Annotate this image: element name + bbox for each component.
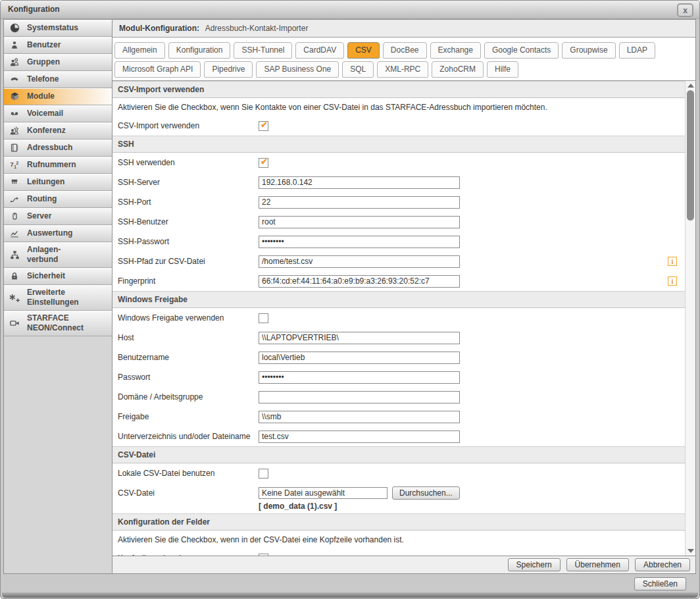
svg-text:1: 1 (14, 165, 16, 169)
ssh-benutzer-input[interactable] (259, 216, 460, 228)
tab-sap-business-one[interactable]: SAP Business One (256, 61, 339, 78)
ssh-pfad-zur-csv-datei-input[interactable] (259, 255, 460, 268)
ssh-port-input[interactable] (259, 196, 460, 209)
csv-import-verwenden-checkbox[interactable]: ✔ (259, 121, 268, 131)
sidebar-item-label: Rufnummern (27, 160, 76, 170)
ssh-passwort-input[interactable] (259, 236, 460, 248)
scrollbar-thumb[interactable] (687, 90, 694, 221)
sidebar: SystemstatusBenutzerGruppenTelefoneModul… (4, 20, 113, 573)
field-label: Unterverzeichnis und/oder Dateiname (118, 432, 259, 441)
field-label: Fingerprint (118, 276, 259, 286)
field-label: Freigabe (118, 412, 259, 421)
apply-button[interactable]: Übernehmen (566, 558, 629, 571)
lokale-csv-datei-benutzen-checkbox[interactable] (259, 469, 268, 479)
sidebar-item-label: Server (27, 211, 51, 221)
window-body: SystemstatusBenutzerGruppenTelefoneModul… (3, 19, 696, 574)
field-row-fingerprint: Fingerprinti (113, 271, 685, 291)
tab-hilfe[interactable]: Hilfe (487, 61, 518, 78)
field-label: SSH-Pfad zur CSV-Datei (118, 257, 259, 266)
sidebar-item-sicherheit[interactable]: Sicherheit (4, 268, 112, 285)
tab-csv[interactable]: CSV (347, 42, 380, 59)
sidebar-item-voicemail[interactable]: Voicemail (4, 105, 112, 122)
browse-button[interactable]: Durchsuchen... (392, 486, 460, 500)
ssh-verwenden-checkbox[interactable]: ✔ (259, 158, 268, 168)
description-text: Aktivieren Sie die Checkbox, wenn Sie Ko… (113, 98, 685, 116)
sidebar-item-label: Voicemail (27, 109, 63, 118)
tab-microsoft-graph-api[interactable]: Microsoft Graph API (114, 61, 201, 78)
sidebar-item-adressbuch[interactable]: Adressbuch (4, 140, 112, 157)
tab-konfiguration[interactable]: Konfiguration (168, 42, 231, 59)
tab-sql[interactable]: SQL (342, 61, 374, 78)
svg-text:2: 2 (16, 161, 18, 165)
routing-icon (8, 194, 21, 205)
sidebar-item-systemstatus[interactable]: Systemstatus (4, 20, 112, 37)
freigabe-input[interactable] (259, 411, 460, 423)
tab-allgemein[interactable]: Allgemein (114, 42, 165, 59)
check-icon: ✔ (261, 157, 268, 166)
sidebar-item-label: Routing (27, 194, 57, 204)
field-label: Windows Freigabe verwenden (118, 313, 259, 323)
field-row-kopfzeile-vorhanden: Kopfzeile vorhanden (113, 548, 685, 556)
fingerprint-input[interactable] (259, 275, 460, 288)
host-input[interactable] (259, 332, 460, 344)
tab-zohocrm[interactable]: ZohoCRM (432, 61, 484, 78)
titlebar[interactable]: Konfiguration x (1, 1, 699, 19)
sidebar-item-label: Anlagen- verbund (27, 245, 61, 265)
erweitert-icon (8, 292, 21, 303)
sidebar-item-leitungen[interactable]: Leitungen (4, 174, 112, 191)
field-row-ssh-port: SSH-Port (113, 192, 685, 212)
tab-exchange[interactable]: Exchange (430, 42, 481, 59)
sidebar-item-telefone[interactable]: Telefone (4, 71, 112, 88)
sidebar-item-server[interactable]: Server (4, 208, 112, 225)
windows-freigabe-verwenden-checkbox[interactable] (259, 313, 268, 323)
sidebar-item-anlagen-verbund[interactable]: Anlagen- verbund (4, 242, 112, 268)
passwort-input[interactable] (259, 371, 460, 384)
tab-ldap[interactable]: LDAP (619, 42, 655, 59)
scroll-down-icon[interactable] (688, 549, 694, 553)
unterverzeichnis-und-oder-dateiname-input[interactable] (259, 430, 460, 443)
kopfzeile-vorhanden-checkbox[interactable] (259, 554, 268, 556)
sidebar-item-label: Leitungen (27, 177, 64, 187)
sidebar-item-label: STARFACE NEON/Connect (27, 313, 84, 333)
tab-carddav[interactable]: CardDAV (295, 42, 344, 59)
tab-google-contacts[interactable]: Google Contacts (484, 42, 559, 59)
module-icon (8, 91, 21, 102)
field-row-ssh-verwenden: SSH verwenden✔ (113, 153, 685, 172)
neon-icon (8, 318, 21, 328)
scrollbar[interactable] (685, 81, 695, 556)
sidebar-item-label: Gruppen (27, 57, 60, 67)
tab-xml-rpc[interactable]: XML-RPC (377, 61, 428, 78)
close-button[interactable]: x (677, 3, 693, 17)
sidebar-item-routing[interactable]: Routing (4, 191, 112, 208)
benutzername-input[interactable] (259, 352, 460, 364)
sidebar-item-label: Erweiterte Einstellungen (27, 288, 79, 307)
sidebar-item-label: Systemstatus (27, 23, 78, 33)
sidebar-item-gruppen[interactable]: Gruppen (4, 54, 112, 71)
sidebar-item-rufnummern[interactable]: 712Rufnummern (4, 157, 112, 174)
close-window-button[interactable]: Schließen (634, 577, 686, 590)
ssh-server-input[interactable] (259, 176, 460, 189)
info-icon[interactable]: i (668, 257, 677, 266)
tab-bar: AllgemeinKonfigurationSSH-TunnelCardDAVC… (113, 38, 695, 80)
tab-ssh-tunnel[interactable]: SSH-Tunnel (234, 42, 292, 59)
tab-groupwise[interactable]: Groupwise (562, 42, 615, 59)
sidebar-item-module[interactable]: Module (4, 88, 112, 105)
field-label: Lokale CSV-Datei benutzen (118, 469, 259, 478)
sidebar-item-benutzer[interactable]: Benutzer (4, 37, 112, 54)
benutzer-icon (8, 40, 21, 51)
telefone-icon (8, 74, 21, 85)
sidebar-item-starface-neon-connect[interactable]: STARFACE NEON/Connect (4, 311, 112, 336)
tab-pipedrive[interactable]: Pipedrive (204, 61, 253, 78)
tab-docbee[interactable]: DocBee (383, 42, 427, 59)
info-icon[interactable]: i (668, 276, 677, 286)
save-button[interactable]: Speichern (508, 558, 561, 571)
field-row-freigabe: Freigabe (113, 407, 685, 427)
scroll-up-icon[interactable] (688, 84, 694, 88)
field-row-ssh-pfad-zur-csv-datei: SSH-Pfad zur CSV-Dateii (113, 251, 685, 271)
dom-ne-arbeitsgruppe-input[interactable] (259, 391, 460, 404)
cancel-button[interactable]: Abbrechen (635, 558, 690, 571)
section-header-ssh: SSH (113, 136, 685, 153)
sidebar-item-konferenz[interactable]: Konferenz (4, 122, 112, 140)
sidebar-item-erweiterte-einstellungen[interactable]: Erweiterte Einstellungen (4, 285, 112, 311)
sidebar-item-auswertung[interactable]: Auswertung (4, 225, 112, 242)
